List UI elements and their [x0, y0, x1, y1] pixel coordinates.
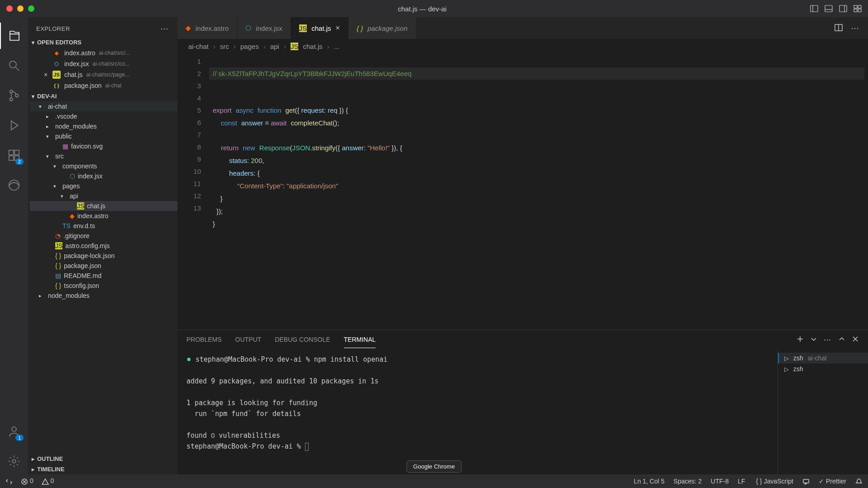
tree-file[interactable]: ◆index.astro: [30, 211, 177, 221]
tree-file[interactable]: ▤README.md: [30, 271, 177, 281]
terminal-instance[interactable]: ▷zshai-chat: [778, 353, 868, 364]
maximize-window-icon[interactable]: [28, 5, 34, 12]
feedback-icon[interactable]: [802, 477, 810, 485]
chevron-right-icon[interactable]: ▸: [46, 124, 52, 129]
activity-run-debug[interactable]: [0, 112, 28, 139]
panel-tab-terminal[interactable]: TERMINAL: [344, 331, 376, 348]
tree-file[interactable]: TSenv.d.ts: [30, 221, 177, 231]
chevron-down-icon[interactable]: ▾: [39, 104, 45, 110]
open-editor-item[interactable]: ×JSchat.jsai-chat/src/page...: [28, 69, 177, 80]
errors-count[interactable]: 0: [21, 477, 33, 485]
tree-file[interactable]: JSchat.js: [30, 201, 177, 211]
timeline-header[interactable]: ▸ TIMELINE: [28, 464, 177, 474]
tree-folder[interactable]: ▾api: [30, 191, 177, 201]
cursor-position[interactable]: Ln 1, Col 5: [634, 478, 665, 485]
activity-explorer[interactable]: [0, 23, 28, 49]
tree-file[interactable]: { }tsconfig.json: [30, 281, 177, 291]
close-window-icon[interactable]: [6, 5, 13, 12]
indentation[interactable]: Spaces: 2: [673, 478, 701, 485]
file-name: env.d.ts: [73, 222, 95, 230]
panel-tab-problems[interactable]: PROBLEMS: [186, 331, 222, 348]
breadcrumb-item[interactable]: src: [220, 43, 229, 50]
chevron-right-icon[interactable]: ▸: [46, 114, 52, 120]
close-panel-icon[interactable]: [852, 335, 859, 344]
tree-folder[interactable]: ▾pages: [30, 181, 177, 191]
tree-folder[interactable]: ▸node_modules: [30, 291, 177, 301]
panel-tab-debug-console[interactable]: DEBUG CONSOLE: [275, 331, 330, 348]
breadcrumb[interactable]: ai-chat› src› pages› api› JS chat.js› ..…: [177, 39, 868, 53]
activity-extensions[interactable]: 2: [0, 142, 28, 168]
new-terminal-icon[interactable]: [796, 335, 804, 344]
panel-tab-output[interactable]: OUTPUT: [235, 331, 262, 348]
breadcrumb-item[interactable]: ai-chat: [188, 43, 209, 50]
breadcrumb-item[interactable]: api: [270, 43, 279, 50]
line-number: 3: [177, 80, 201, 92]
tree-folder[interactable]: ▾components: [30, 161, 177, 171]
panel-more-icon[interactable]: ⋯: [824, 335, 832, 344]
project-header[interactable]: ▾ DEV-AI: [28, 91, 177, 101]
chevron-right-icon: ▸: [32, 466, 34, 473]
warnings-count[interactable]: 0: [42, 477, 54, 485]
activity-source-control[interactable]: [0, 82, 28, 109]
open-editor-item[interactable]: •{ }package.jsonai-chat: [28, 80, 177, 91]
tree-file[interactable]: { }package-lock.json: [30, 251, 177, 261]
activity-accounts[interactable]: 1: [0, 418, 28, 445]
breadcrumb-item[interactable]: ...: [334, 43, 340, 50]
editor-tab[interactable]: ◆index.astro: [177, 17, 237, 39]
chevron-down-icon[interactable]: ▾: [46, 153, 52, 159]
more-actions-icon[interactable]: ⋯: [851, 23, 860, 33]
code-editor[interactable]: 12345678910111213 // sk-X5ZlTaFPJhTJgVZq…: [177, 53, 868, 330]
language-mode[interactable]: { } JavaScript: [754, 478, 793, 485]
maximize-panel-icon[interactable]: [838, 335, 845, 344]
tree-folder[interactable]: ▾public: [30, 131, 177, 141]
customize-layout-icon[interactable]: [854, 5, 862, 13]
toggle-panel-icon[interactable]: [825, 5, 833, 13]
chevron-right-icon[interactable]: ▸: [39, 293, 45, 299]
eol[interactable]: LF: [738, 478, 745, 485]
breadcrumb-item[interactable]: chat.js: [303, 43, 322, 50]
sidebar-more-icon[interactable]: ⋯: [160, 24, 169, 33]
outline-header[interactable]: ▸ OUTLINE: [28, 454, 177, 464]
tree-file[interactable]: ⬡index.jsx: [30, 171, 177, 181]
split-editor-icon[interactable]: [835, 24, 843, 33]
notifications-icon[interactable]: [855, 477, 863, 485]
activity-search[interactable]: [0, 53, 28, 79]
close-tab-icon[interactable]: ×: [336, 24, 340, 32]
activity-edge-tools[interactable]: [0, 172, 28, 198]
open-editor-item[interactable]: •⬡index.jsxai-chat/src/co...: [28, 58, 177, 69]
tree-folder[interactable]: ▸node_modules: [30, 121, 177, 131]
svg-rect-6: [854, 5, 857, 8]
tree-file[interactable]: { }package.json: [30, 261, 177, 271]
json-file-icon: { }: [55, 262, 61, 269]
remote-indicator[interactable]: [5, 477, 13, 485]
breadcrumb-item[interactable]: pages: [240, 43, 259, 50]
svg-point-20: [9, 180, 19, 191]
tree-folder[interactable]: ▾src: [30, 151, 177, 161]
chevron-down-icon[interactable]: ▾: [53, 183, 60, 189]
terminal-output[interactable]: ● stephan@MacBook-Pro dev-ai % npm insta…: [177, 349, 777, 474]
terminal-dropdown-icon[interactable]: [810, 335, 817, 344]
editor-tab[interactable]: ⬡index.jsx: [237, 17, 291, 39]
window-controls[interactable]: [6, 5, 34, 12]
open-editors-header[interactable]: ▾ OPEN EDITORS: [28, 37, 177, 48]
code-content[interactable]: // sk-X5ZlTaFPJhTJgVZqrLpYT3BlbkFJJW2jEu…: [209, 53, 868, 330]
terminal-instance[interactable]: ▷zsh: [778, 364, 868, 374]
close-editor-icon[interactable]: ×: [43, 71, 49, 78]
tree-file[interactable]: ◔.gitignore: [30, 231, 177, 241]
tree-file[interactable]: ▦favicon.svg: [30, 141, 177, 151]
chevron-down-icon[interactable]: ▾: [61, 193, 67, 199]
minimize-window-icon[interactable]: [17, 5, 24, 12]
encoding[interactable]: UTF-8: [711, 478, 729, 485]
prettier-status[interactable]: ✓ Prettier: [819, 478, 846, 485]
activity-settings[interactable]: [0, 448, 28, 474]
toggle-secondary-sidebar-icon[interactable]: [839, 5, 847, 13]
chevron-down-icon[interactable]: ▾: [46, 134, 52, 139]
toggle-primary-sidebar-icon[interactable]: [810, 5, 818, 13]
tree-folder[interactable]: ▾ai-chat: [30, 101, 177, 111]
chevron-down-icon[interactable]: ▾: [53, 163, 60, 169]
editor-tab[interactable]: { }package.json: [348, 17, 416, 39]
tree-folder[interactable]: ▸.vscode: [30, 111, 177, 121]
editor-tab[interactable]: JSchat.js×: [291, 17, 348, 39]
open-editor-item[interactable]: •◆index.astroai-chat/src/...: [28, 48, 177, 58]
tree-file[interactable]: JSastro.config.mjs: [30, 241, 177, 251]
